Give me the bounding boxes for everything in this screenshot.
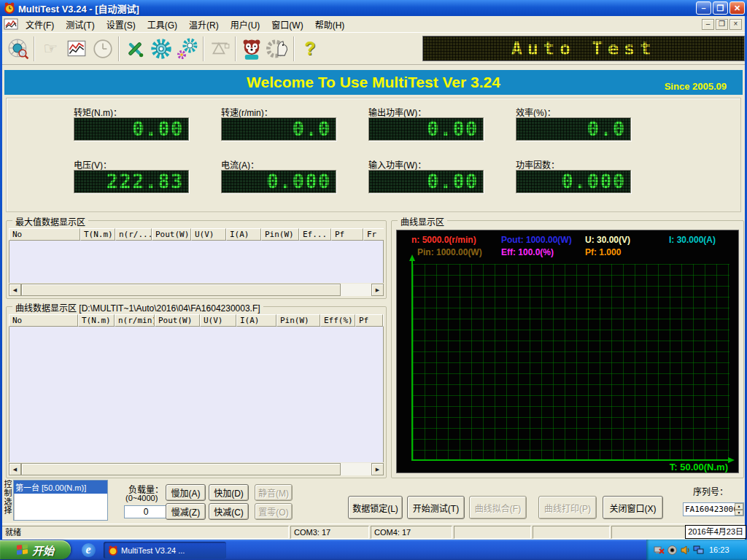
column-header-6[interactable]: I(A) xyxy=(226,228,261,241)
menu-item-1[interactable]: 文件(F) xyxy=(20,16,60,33)
curve-data-title: 曲线数据显示区 [D:\MULTIT~1\Auto\2016\04\FA1604… xyxy=(12,301,263,314)
menu-item-7[interactable]: 窗口(W) xyxy=(266,16,309,33)
fast-increase-button[interactable]: 快加(D) xyxy=(209,484,249,501)
start-test-button[interactable]: 开始测试(T) xyxy=(407,496,465,519)
close-window-button[interactable]: 关闭窗口(X) xyxy=(603,496,663,519)
hand-pointer-icon[interactable]: ☞ xyxy=(37,35,63,63)
max-table-body[interactable] xyxy=(9,241,384,283)
menu-item-5[interactable]: 温升(R) xyxy=(183,16,225,33)
close-button[interactable]: ✕ xyxy=(729,1,745,15)
column-header-3[interactable]: n(r/... xyxy=(115,228,152,241)
scroll-right-icon[interactable]: ▶ xyxy=(371,463,384,475)
meter-label: 功率因数： xyxy=(516,158,631,170)
menu-item-8[interactable]: 帮助(H) xyxy=(309,16,351,33)
meter-label: 输入功率(W)： xyxy=(368,158,484,170)
clock-icon[interactable] xyxy=(90,35,116,63)
window-title: MultiTest V3.24 - [自动测试] xyxy=(18,1,694,15)
menu-item-2[interactable]: 测试(T) xyxy=(60,16,100,33)
column-header-6[interactable]: I(A) xyxy=(236,314,276,327)
scroll-right-icon[interactable]: ▶ xyxy=(371,284,384,296)
menu-item-3[interactable]: 设置(S) xyxy=(101,16,142,33)
scroll-track[interactable] xyxy=(341,463,371,475)
taskbar-app-button[interactable]: MultiTest V3.24 ... xyxy=(104,542,226,559)
fast-decrease-button[interactable]: 快减(C) xyxy=(209,503,249,520)
legend-item-3: U: 30.00(V) xyxy=(585,235,630,245)
bear-icon[interactable] xyxy=(239,35,265,63)
menu-item-4[interactable]: 工具(G) xyxy=(142,16,183,33)
meter-label: 转速(r/min)： xyxy=(221,106,336,117)
column-header-9[interactable]: Pf xyxy=(355,314,383,327)
scroll-track[interactable] xyxy=(341,284,371,296)
column-header-2[interactable]: T(N.m) xyxy=(80,228,115,241)
zero-button[interactable]: 置零(O) xyxy=(255,503,293,520)
led-display: 0.000 xyxy=(221,170,336,193)
menu-item-6[interactable]: 用户(U) xyxy=(225,16,266,33)
quick-launch-ie-icon[interactable]: e xyxy=(77,542,99,558)
mdi-minimize-button[interactable]: – xyxy=(702,19,714,30)
taskbar-app-label: MultiTest V3.24 ... xyxy=(121,546,185,555)
scroll-thumb[interactable] xyxy=(21,284,341,296)
gear-chain-icon[interactable] xyxy=(174,35,201,63)
speaker-icon[interactable] xyxy=(680,545,691,556)
meter-5: 电压(V)：222.83 xyxy=(74,158,189,193)
curve-fit-button[interactable]: 曲线拟合(F) xyxy=(469,496,527,519)
spin-up-icon[interactable]: ▲ xyxy=(735,503,743,510)
mute-button[interactable]: 静音(M) xyxy=(255,484,293,501)
volume-knob-icon[interactable] xyxy=(667,545,678,556)
scroll-thumb[interactable] xyxy=(21,463,341,475)
device-listbox[interactable]: 第一台 [50.00(N.m)] xyxy=(13,480,108,521)
column-header-7[interactable]: Pin(W) xyxy=(276,314,320,327)
column-header-1[interactable]: No xyxy=(9,228,80,241)
column-header-9[interactable]: Pf xyxy=(331,228,363,241)
toolbar-separator xyxy=(34,36,35,61)
curve-table-hscrollbar[interactable]: ◀ ▶ xyxy=(9,463,384,475)
gear-icon[interactable] xyxy=(148,35,174,63)
data-lock-button[interactable]: 数据锁定(L) xyxy=(348,496,403,519)
column-header-5[interactable]: U(V) xyxy=(200,314,236,327)
scroll-left-icon[interactable]: ◀ xyxy=(9,284,21,296)
load-input[interactable] xyxy=(124,505,168,518)
column-header-10[interactable]: Fr xyxy=(383,314,384,327)
network-offline-icon[interactable] xyxy=(654,545,665,556)
column-header-3[interactable]: n(r/min) xyxy=(115,314,155,327)
status-date: 2016年4月23日 xyxy=(685,525,746,539)
serial-number-input[interactable] xyxy=(684,503,735,516)
column-header-5[interactable]: U(V) xyxy=(191,228,226,241)
chart-plot-area[interactable]: n: 5000.0(r/min)Pout: 1000.00(W)U: 30.00… xyxy=(396,230,739,473)
curve-print-button[interactable]: 曲线打印(P) xyxy=(538,496,597,519)
curve-table-body[interactable] xyxy=(9,327,384,462)
led-display: 0.00 xyxy=(74,117,189,141)
start-button[interactable]: 开始 xyxy=(0,540,71,559)
column-header-4[interactable]: Pout(W) xyxy=(155,314,200,327)
scroll-left-icon[interactable]: ◀ xyxy=(9,463,21,475)
web-search-icon[interactable] xyxy=(5,35,31,63)
spacer-strip xyxy=(2,65,745,70)
column-header-8[interactable]: Eff(%) xyxy=(320,314,355,327)
mdi-close-button[interactable]: × xyxy=(729,19,742,30)
column-header-4[interactable]: Pout(W) xyxy=(152,228,191,241)
tools-icon[interactable] xyxy=(122,35,148,63)
chart-icon[interactable] xyxy=(63,35,90,63)
mdi-restore-button[interactable]: ❐ xyxy=(716,19,728,30)
slow-increase-button[interactable]: 慢加(A) xyxy=(166,484,206,501)
balance-scale-icon[interactable] xyxy=(206,35,233,63)
spin-down-icon[interactable]: ▼ xyxy=(735,510,743,516)
max-table-hscrollbar[interactable]: ◀ ▶ xyxy=(9,284,384,296)
restore-button[interactable]: ❐ xyxy=(713,1,728,15)
column-header-2[interactable]: T(N.m) xyxy=(78,314,115,327)
chart-y-axis xyxy=(411,258,413,461)
horse-gear-icon[interactable] xyxy=(265,35,291,63)
column-header-10[interactable]: Fr xyxy=(363,228,384,241)
auto-test-led-text: Auto Test xyxy=(423,36,744,61)
device-list-item-1[interactable]: 第一台 [50.00(N.m)] xyxy=(14,481,107,494)
column-header-8[interactable]: Ef... xyxy=(299,228,331,241)
network-monitor-icon[interactable] xyxy=(693,545,704,556)
slow-decrease-button[interactable]: 慢减(Z) xyxy=(166,503,206,520)
column-header-7[interactable]: Pin(W) xyxy=(261,228,299,241)
menu-bar: 文件(F)测试(T)设置(S)工具(G)温升(R)用户(U)窗口(W)帮助(H)… xyxy=(2,16,745,33)
led-display: 0.00 xyxy=(368,117,484,141)
minimize-button[interactable]: – xyxy=(696,1,711,15)
help-icon[interactable]: ? xyxy=(297,35,323,63)
column-header-1[interactable]: No xyxy=(9,314,78,327)
max-data-title: 最大值数据显示区 xyxy=(12,215,88,228)
